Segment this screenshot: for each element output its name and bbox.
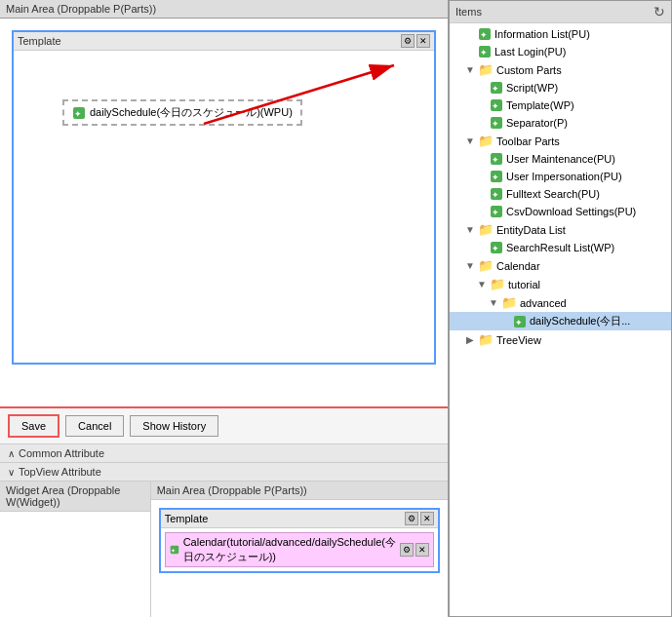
tree-item-user-impersonation[interactable]: ✦User Impersonation(PU) — [450, 168, 671, 185]
svg-text:✦: ✦ — [492, 208, 499, 217]
refresh-icon[interactable]: ↻ — [653, 4, 665, 19]
tree-label-toolbar-parts: Toolbar Parts — [496, 135, 560, 147]
cancel-button[interactable]: Cancel — [65, 415, 124, 437]
topview-attribute-label: TopView Attribute — [19, 466, 101, 478]
bottom-calendar-item: ✦ Calendar(tutorial/advanced/dailySchedu… — [165, 532, 434, 567]
main-area-bottom-content: Template ⚙ ✕ ✦ — [151, 500, 448, 585]
tree-content: ✦Information List(PU)✦Last Login(PU)▼📁Cu… — [450, 23, 671, 616]
main-area-bottom: Main Area (Droppable P(Parts)) Template … — [151, 482, 448, 617]
items-header-label: Items — [455, 6, 482, 18]
widget-area-header: Widget Area (Droppable W(Widget)) — [0, 482, 150, 512]
folder-icon-calendar: 📁 — [478, 258, 494, 273]
part-icon-script: ✦ — [490, 81, 503, 95]
right-panel: Items ↻ ✦Information List(PU)✦Last Login… — [449, 0, 672, 617]
folder-icon-treeview: 📁 — [478, 332, 494, 347]
svg-text:✦: ✦ — [492, 173, 499, 182]
svg-text:✦: ✦ — [480, 48, 488, 58]
daily-schedule-item: ✦ dailySchedule(今日のスケジュール)(WPU) — [62, 99, 302, 126]
template-box-header: Template ⚙ ✕ — [14, 32, 434, 51]
bottom-template-box-header: Template ⚙ ✕ — [161, 510, 438, 528]
part-icon-csv-download: ✦ — [490, 205, 503, 218]
expand-icon-treeview: ▶ — [465, 334, 475, 345]
folder-icon-custom-parts: 📁 — [478, 62, 494, 77]
calendar-item-label: Calendar(tutorial/advanced/dailySchedule… — [183, 535, 400, 564]
tree-label-tutorial: tutorial — [508, 279, 540, 290]
svg-text:✦: ✦ — [492, 244, 499, 253]
tree-label-info-list: Information List(PU) — [494, 28, 590, 40]
tree-item-tutorial[interactable]: ▼📁tutorial — [450, 275, 671, 293]
svg-text:✦: ✦ — [492, 155, 499, 165]
daily-schedule-label: dailySchedule(今日のスケジュール)(WPU) — [90, 105, 293, 120]
part-icon-search-result-list: ✦ — [490, 241, 503, 254]
tree-item-entity-data-list[interactable]: ▼📁EntityData List — [450, 220, 671, 239]
template-gear-icon[interactable]: ⚙ — [401, 34, 415, 48]
left-canvas: Template ⚙ ✕ ✦ dailyS — [0, 19, 448, 406]
tree-item-info-list[interactable]: ✦Information List(PU) — [450, 25, 671, 43]
tree-item-separator[interactable]: ✦Separator(P) — [450, 114, 671, 132]
tree-label-fulltext-search: Fulltext Search(PU) — [506, 188, 600, 200]
folder-icon-entity-data-list: 📁 — [478, 222, 494, 237]
folder-icon-tutorial: 📁 — [490, 277, 505, 291]
tree-item-fulltext-search[interactable]: ✦Fulltext Search(PU) — [450, 185, 671, 203]
svg-text:✦: ✦ — [492, 190, 499, 200]
tree-item-script[interactable]: ✦Script(WP) — [450, 79, 671, 96]
tree-item-toolbar-parts[interactable]: ▼📁Toolbar Parts — [450, 132, 671, 150]
calendar-item-gear-icon[interactable]: ⚙ — [400, 543, 414, 557]
part-icon-daily-schedule: ✦ — [513, 315, 527, 328]
daily-schedule-icon: ✦ — [72, 106, 86, 120]
tree-label-entity-data-list: EntityData List — [496, 224, 566, 236]
tree-item-csv-download[interactable]: ✦CsvDownload Settings(PU) — [450, 203, 671, 220]
arrow-overlay — [14, 51, 434, 363]
main-area-bottom-header: Main Area (Droppable P(Parts)) — [151, 482, 448, 500]
show-history-button[interactable]: Show History — [130, 415, 218, 437]
tree-item-treeview[interactable]: ▶📁TreeView — [450, 330, 671, 349]
template-box-title: Template — [18, 35, 61, 47]
left-panel-header: Main Area (Droppable P(Parts)) — [0, 0, 448, 19]
bottom-buttons-bar: Save Cancel Show History — [0, 406, 448, 443]
svg-text:✦: ✦ — [480, 30, 488, 40]
bottom-template-title: Template — [165, 513, 209, 524]
tree-label-template: Template(WP) — [506, 99, 574, 111]
bottom-template-gear-icon[interactable]: ⚙ — [405, 512, 418, 525]
tree-label-custom-parts: Custom Parts — [496, 64, 562, 76]
template-close-icon[interactable]: ✕ — [416, 34, 430, 48]
save-button[interactable]: Save — [8, 414, 59, 438]
svg-text:✦: ✦ — [492, 119, 499, 129]
tree-label-advanced: advanced — [520, 297, 567, 309]
tree-item-custom-parts[interactable]: ▼📁Custom Parts — [450, 60, 671, 79]
expand-icon-custom-parts: ▼ — [465, 64, 475, 75]
tree-label-user-maintenance: User Maintenance(PU) — [506, 153, 615, 165]
part-icon-user-impersonation: ✦ — [490, 170, 503, 183]
calendar-item-icon: ✦ — [170, 543, 179, 557]
part-icon-template: ✦ — [490, 98, 503, 112]
svg-text:✦: ✦ — [492, 101, 499, 111]
expand-icon-toolbar-parts: ▼ — [465, 135, 475, 146]
tree-item-daily-schedule[interactable]: ✦dailySchedule(今日... — [450, 312, 671, 330]
tree-label-daily-schedule: dailySchedule(今日... — [530, 314, 630, 328]
topview-attribute-section[interactable]: ∨ TopView Attribute — [0, 462, 448, 481]
tree-item-template[interactable]: ✦Template(WP) — [450, 96, 671, 114]
tree-label-user-impersonation: User Impersonation(PU) — [506, 171, 622, 182]
svg-text:✦: ✦ — [515, 318, 523, 328]
tree-item-search-result-list[interactable]: ✦SearchResult List(WP) — [450, 239, 671, 256]
svg-text:✦: ✦ — [492, 84, 499, 94]
tree-item-last-login[interactable]: ✦Last Login(PU) — [450, 43, 671, 60]
expand-icon-advanced: ▼ — [489, 297, 498, 308]
tree-item-advanced[interactable]: ▼📁advanced — [450, 293, 671, 312]
part-icon-separator: ✦ — [490, 116, 503, 130]
right-panel-header: Items ↻ — [450, 1, 671, 23]
common-attr-toggle: ∧ — [8, 448, 15, 459]
tree-label-csv-download: CsvDownload Settings(PU) — [506, 206, 636, 217]
widget-area: Widget Area (Droppable W(Widget)) — [0, 482, 151, 617]
bottom-template-close-icon[interactable]: ✕ — [420, 512, 434, 525]
svg-text:✦: ✦ — [74, 109, 82, 119]
tree-label-calendar: Calendar — [496, 260, 540, 272]
tree-label-search-result-list: SearchResult List(WP) — [506, 242, 614, 253]
common-attribute-section[interactable]: ∧ Common Attribute — [0, 443, 448, 462]
tree-label-separator: Separator(P) — [506, 117, 568, 129]
tree-item-calendar[interactable]: ▼📁Calendar — [450, 256, 671, 275]
expand-icon-calendar: ▼ — [465, 260, 475, 271]
calendar-item-close-icon[interactable]: ✕ — [415, 543, 429, 557]
tree-item-user-maintenance[interactable]: ✦User Maintenance(PU) — [450, 150, 671, 168]
tree-label-script: Script(WP) — [506, 82, 558, 94]
